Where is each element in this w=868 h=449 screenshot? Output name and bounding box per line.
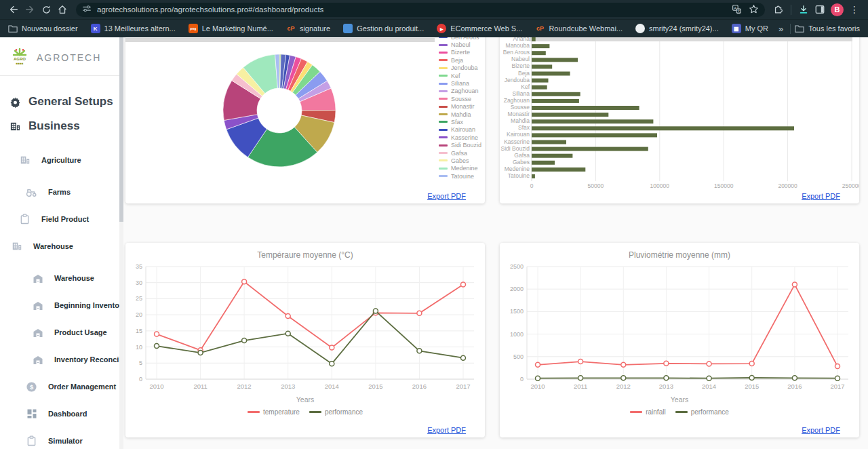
legend-label: Sfax bbox=[451, 119, 463, 125]
legend-item[interactable]: Gabes bbox=[439, 157, 481, 164]
legend-dash bbox=[439, 121, 448, 123]
legend-item[interactable]: Sidi Bouzid bbox=[439, 141, 481, 149]
downloads-icon[interactable] bbox=[795, 1, 812, 18]
svg-text:500: 500 bbox=[513, 353, 524, 360]
legend-item[interactable]: Jendouba bbox=[439, 64, 481, 72]
sidebar-item-simulator[interactable]: Simulator bbox=[0, 427, 119, 449]
chart-legend-item[interactable]: performance bbox=[309, 408, 363, 416]
chart-title: Pluviométrie moyenne (mm) bbox=[500, 243, 859, 261]
brand-row[interactable]: AGRO ■■■■ AGROTECH bbox=[0, 37, 119, 75]
legend-item[interactable]: Medenine bbox=[439, 165, 481, 172]
sidebar-sections: General SetupsBusiness bbox=[0, 76, 119, 138]
legend-item[interactable]: Sfax bbox=[439, 118, 481, 125]
bookmark-item[interactable]: Nouveau dossier bbox=[8, 24, 78, 33]
back-icon[interactable] bbox=[5, 1, 22, 18]
bookmark-item[interactable]: pngLe Marketing Numé... bbox=[189, 24, 273, 33]
sidebar-item-agriculture[interactable]: Agriculture bbox=[0, 147, 119, 174]
export-pdf-link[interactable]: Export PDF bbox=[802, 192, 840, 200]
bookmark-icon: ▶ bbox=[437, 24, 446, 33]
export-pdf-link[interactable]: Export PDF bbox=[802, 426, 840, 434]
bookmarks-overflow-icon[interactable]: » bbox=[776, 24, 786, 34]
chart-legend-item[interactable]: temperature bbox=[248, 408, 300, 416]
menu-icon[interactable]: ⋮ bbox=[846, 1, 863, 18]
export-pdf-link[interactable]: Export PDF bbox=[427, 426, 466, 434]
legend-item[interactable]: Mahdia bbox=[439, 111, 481, 118]
house-icon bbox=[32, 300, 43, 311]
sidebar-item-warehouse[interactable]: Warehouse bbox=[0, 233, 119, 260]
legend-item[interactable]: Kef bbox=[439, 72, 481, 79]
forward-icon[interactable] bbox=[22, 1, 38, 18]
svg-text:Nabeul: Nabeul bbox=[511, 56, 530, 62]
sidebar-item-product-usage[interactable]: Product Usage bbox=[0, 319, 119, 346]
chart-legend-item[interactable]: rainfall bbox=[630, 408, 665, 416]
chart-title: Tempéraure moyenne (°C) bbox=[125, 243, 485, 261]
sidebar-item-dashboard[interactable]: Dashboard bbox=[0, 400, 119, 427]
translate-icon[interactable]: A文 bbox=[732, 4, 742, 16]
sidebar-item-order-management[interactable]: $Order Management bbox=[0, 373, 119, 400]
sidebar-item-field-product[interactable]: Field Product bbox=[0, 206, 119, 233]
extensions-icon[interactable] bbox=[770, 1, 787, 18]
legend-label: Kairouan bbox=[451, 126, 475, 133]
grid-icon bbox=[26, 408, 37, 420]
legend-item[interactable]: Siliana bbox=[439, 79, 481, 87]
house-icon bbox=[32, 273, 43, 284]
site-info-icon[interactable] bbox=[82, 4, 92, 15]
svg-text:2011: 2011 bbox=[574, 383, 587, 390]
side-panel-icon[interactable] bbox=[812, 1, 828, 18]
reload-icon[interactable] bbox=[38, 1, 54, 18]
sidebar-item-beginning-inventory[interactable]: Beginning Inventory bbox=[0, 292, 119, 319]
profile-avatar[interactable]: B bbox=[831, 3, 844, 16]
sidebar-section-business[interactable]: Business bbox=[0, 114, 119, 138]
sidebar-item-warehouse[interactable]: Warehouse bbox=[0, 265, 119, 292]
bookmark-label: smrity24 (smrity24)... bbox=[649, 24, 719, 33]
sidebar-section-general-setups[interactable]: General Setups bbox=[0, 90, 119, 114]
svg-text:0: 0 bbox=[530, 182, 534, 189]
bookmark-icon: ▦ bbox=[732, 24, 741, 33]
svg-text:2016: 2016 bbox=[787, 383, 802, 390]
legend-label: Medenine bbox=[451, 165, 478, 172]
all-favorites-button[interactable]: Tous les favoris bbox=[795, 24, 860, 33]
bookmark-item[interactable]: cPRoundcube Webmai... bbox=[535, 24, 623, 33]
chart-legend-item[interactable]: performance bbox=[675, 408, 729, 416]
legend-dash bbox=[439, 175, 448, 177]
agrotech-logo-icon: AGRO ■■■■ bbox=[11, 47, 28, 68]
bookmark-icon bbox=[635, 24, 645, 33]
legend-item[interactable]: Beja bbox=[439, 56, 481, 64]
legend-item[interactable]: Kairouan bbox=[439, 126, 481, 134]
bookmark-item[interactable]: ▦My QR Code - QR C... bbox=[732, 24, 769, 33]
legend-item[interactable]: Zaghouan bbox=[439, 87, 481, 95]
bar-chart: 050000100000150000200000250000ArianaMano… bbox=[500, 37, 859, 206]
legend-item[interactable]: Bizerte bbox=[439, 49, 481, 56]
svg-text:Sousse: Sousse bbox=[511, 104, 530, 111]
bookmark-item[interactable]: smrity24 (smrity24)... bbox=[635, 24, 719, 33]
donut-chart-panel: Ben ArousNabeulBizerteBejaJendoubaKefSil… bbox=[125, 37, 485, 203]
svg-text:Mahdia: Mahdia bbox=[511, 117, 530, 124]
sidebar-item-inventory-reconciliation[interactable]: Inventory Reconciliation bbox=[0, 346, 119, 373]
legend-item[interactable]: Gafsa bbox=[439, 149, 481, 157]
svg-text:2015: 2015 bbox=[368, 383, 382, 390]
legend-dash bbox=[248, 411, 260, 413]
tractor-icon bbox=[26, 187, 37, 198]
legend-item[interactable]: Sousse bbox=[439, 95, 481, 102]
export-pdf-link[interactable]: Export PDF bbox=[427, 192, 466, 200]
bookmark-item[interactable]: ▶ECommerce Web S... bbox=[437, 24, 522, 33]
legend-item[interactable]: Monastir bbox=[439, 103, 481, 111]
legend-item[interactable]: Nabeul bbox=[439, 41, 481, 48]
svg-text:2013: 2013 bbox=[659, 383, 673, 390]
svg-text:2016: 2016 bbox=[412, 383, 427, 390]
legend-label: Nabeul bbox=[451, 41, 471, 48]
svg-text:Beja: Beja bbox=[518, 70, 530, 77]
address-bar[interactable]: agrotechsolutions.pro/agrotechsolutions.… bbox=[76, 3, 765, 17]
legend-item[interactable]: Kasserine bbox=[439, 134, 481, 141]
bookmark-item[interactable]: K13 Meilleures altern... bbox=[91, 24, 176, 33]
legend-item[interactable]: Tatouine bbox=[439, 172, 481, 180]
svg-text:Kairouan: Kairouan bbox=[507, 131, 530, 138]
home-icon[interactable] bbox=[54, 1, 71, 18]
bookmark-item[interactable]: Gestion du produit... bbox=[343, 24, 424, 33]
legend-label: Tatouine bbox=[451, 173, 474, 180]
bookmark-label: 13 Meilleures altern... bbox=[104, 24, 176, 33]
bookmark-label: My QR Code - QR C... bbox=[745, 24, 769, 33]
sidebar-item-farms[interactable]: Farms bbox=[0, 178, 119, 206]
bookmark-star-icon[interactable] bbox=[749, 4, 759, 16]
bookmark-item[interactable]: cPsignature bbox=[286, 24, 330, 33]
